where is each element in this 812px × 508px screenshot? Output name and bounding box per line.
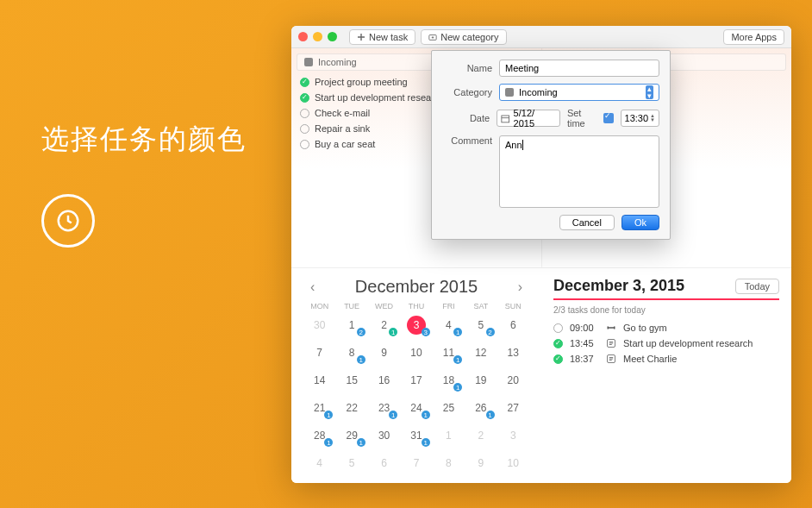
calendar-day[interactable]: 8: [433, 452, 465, 474]
calendar-day[interactable]: 9: [368, 342, 400, 364]
new-category-button[interactable]: New category: [421, 29, 506, 45]
traffic-lights[interactable]: [298, 32, 337, 41]
calendar-day[interactable]: 1: [433, 424, 465, 447]
calendar-day[interactable]: 13: [497, 342, 529, 364]
task-status-dot[interactable]: [300, 109, 309, 118]
agenda-item[interactable]: 18:37Meet Charlie: [553, 351, 779, 367]
day-badge: 2: [357, 328, 365, 336]
day-badge: 1: [324, 438, 333, 447]
svg-rect-7: [502, 116, 509, 122]
calendar-title: December 2015: [355, 277, 478, 297]
svg-rect-2: [608, 327, 609, 329]
calendar-day[interactable]: 30: [303, 314, 335, 336]
close-icon[interactable]: [298, 32, 308, 41]
agenda-label: Start up development research: [623, 338, 753, 348]
calendar-day[interactable]: 41: [433, 314, 465, 336]
calendar-day[interactable]: 52: [465, 314, 497, 336]
next-month-button[interactable]: ›: [511, 279, 529, 295]
prev-month-button[interactable]: ‹: [303, 279, 322, 295]
date-picker[interactable]: 5/12/ 2015: [497, 110, 560, 127]
task-status-dot[interactable]: [300, 140, 309, 149]
name-input[interactable]: [499, 60, 659, 77]
calendar-day[interactable]: 15: [335, 369, 367, 392]
task-status-dot[interactable]: [553, 323, 563, 333]
agenda-label: Go to gym: [623, 323, 667, 333]
calendar-day[interactable]: 25: [433, 397, 465, 419]
new-task-button[interactable]: New task: [349, 29, 415, 45]
calendar-day[interactable]: 181: [433, 369, 465, 392]
calendar-day[interactable]: 231: [368, 397, 400, 419]
zoom-icon[interactable]: [328, 32, 337, 41]
calendar-day[interactable]: 81: [335, 342, 367, 364]
task-status-dot[interactable]: [300, 93, 309, 103]
day-badge: 1: [453, 355, 462, 364]
calendar-day[interactable]: 311: [400, 424, 432, 447]
new-task-dialog: Name Category Incoming ▴▾ Date 5/12/ 201…: [431, 50, 671, 240]
calendar-day[interactable]: 10: [497, 452, 529, 474]
calendar-day[interactable]: 241: [400, 397, 432, 419]
day-badge: 1: [453, 383, 462, 392]
more-apps-button[interactable]: More Apps: [723, 29, 784, 45]
calendar-day[interactable]: 291: [335, 424, 367, 447]
new-category-label: New category: [440, 32, 498, 42]
calendar-day[interactable]: 21: [368, 314, 400, 336]
calendar-day[interactable]: 17: [400, 369, 432, 392]
task-label: Buy a car seat: [315, 139, 375, 149]
calendar-day[interactable]: 16: [368, 369, 400, 392]
agenda-item[interactable]: 09:00Go to gym: [553, 320, 779, 336]
calendar-day[interactable]: 12: [335, 314, 367, 336]
time-spinner[interactable]: 13:30 ▲▼: [621, 110, 659, 127]
task-status-dot[interactable]: [553, 339, 563, 348]
calendar: ‹ December 2015 › MONTUEWEDTHUFRISATSUN …: [291, 268, 541, 483]
calendar-day[interactable]: 211: [303, 397, 335, 419]
calendar-day[interactable]: 9: [465, 452, 497, 474]
comment-label: Comment: [442, 135, 492, 146]
svg-rect-4: [609, 327, 614, 329]
set-time-checkbox[interactable]: [603, 113, 613, 123]
comment-textarea[interactable]: Ann: [499, 135, 659, 208]
day-badge: 1: [453, 328, 462, 336]
calendar-icon: [501, 114, 509, 123]
calendar-day[interactable]: 4: [303, 452, 335, 474]
calendar-day[interactable]: 5: [335, 452, 367, 474]
task-status-dot[interactable]: [300, 124, 309, 134]
calendar-day[interactable]: 7: [303, 342, 335, 364]
agenda-item[interactable]: 13:45Start up development research: [553, 336, 779, 351]
calendar-day[interactable]: 12: [465, 342, 497, 364]
task-label: Repair a sink: [315, 123, 370, 134]
today-button[interactable]: Today: [735, 279, 779, 294]
agenda-progress: 2/3 tasks done for today: [553, 305, 779, 315]
list-icon: [606, 338, 616, 348]
calendar-day[interactable]: 30: [368, 424, 400, 447]
calendar-day[interactable]: 22: [335, 397, 367, 419]
calendar-day[interactable]: 14: [303, 369, 335, 392]
ok-button[interactable]: Ok: [621, 215, 659, 230]
titlebar: New task New category More Apps: [291, 26, 791, 48]
calendar-day[interactable]: 7: [400, 452, 432, 474]
calendar-day[interactable]: 111: [433, 342, 465, 364]
calendar-day[interactable]: 10: [400, 342, 432, 364]
calendar-day[interactable]: 281: [303, 424, 335, 447]
task-status-dot[interactable]: [300, 78, 309, 87]
folder-plus-icon: [428, 33, 437, 41]
task-label: Project group meeting: [315, 77, 408, 87]
cancel-button[interactable]: Cancel: [559, 215, 615, 230]
hero-headline: 选择任务的颜色: [41, 121, 247, 159]
calendar-day[interactable]: 261: [465, 397, 497, 419]
date-label: Date: [442, 113, 490, 123]
calendar-day[interactable]: 19: [465, 369, 497, 392]
calendar-day[interactable]: 33: [400, 314, 432, 336]
calendar-day[interactable]: 20: [497, 369, 529, 392]
calendar-day[interactable]: 6: [368, 452, 400, 474]
list-icon: [304, 58, 313, 66]
calendar-day[interactable]: 2: [465, 424, 497, 447]
agenda-time: 09:00: [570, 323, 599, 333]
calendar-day[interactable]: 27: [497, 397, 529, 419]
calendar-day[interactable]: 6: [497, 314, 529, 336]
calendar-day[interactable]: 3: [497, 424, 529, 447]
set-time-label: Set time: [567, 108, 614, 129]
category-select[interactable]: Incoming ▴▾: [499, 84, 659, 101]
task-status-dot[interactable]: [553, 354, 563, 364]
day-badge: 3: [422, 328, 430, 336]
minimize-icon[interactable]: [313, 32, 322, 41]
